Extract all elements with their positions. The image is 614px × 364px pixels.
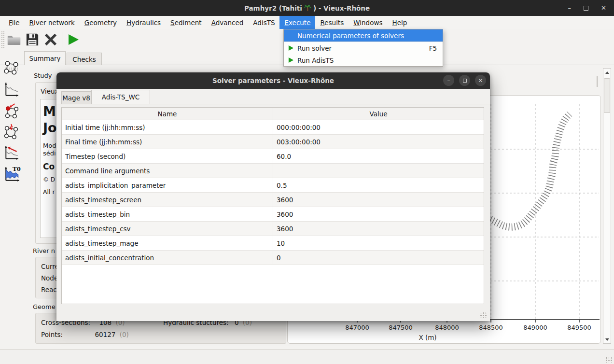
name-column-header[interactable]: Name <box>62 108 273 120</box>
dialog-tab-mage-v8[interactable]: Mage v8 <box>61 91 91 104</box>
table-row[interactable]: adists_initial_concentration 0 <box>62 251 484 265</box>
open-folder-icon <box>7 33 21 46</box>
app-window: Pamhyr2 (Tahiti ) - Vieux-Rhône – ✕ File… <box>0 0 614 364</box>
dialog-titlebar[interactable]: Solver parameters - Vieux-Rhône – ✕ <box>56 72 490 89</box>
menu-execute[interactable]: Execute <box>279 16 315 29</box>
scroll-down-button[interactable] <box>603 336 611 343</box>
network-node-select-icon <box>3 102 20 119</box>
profile-chart-icon <box>3 81 20 98</box>
table-header-row: Name Value <box>62 108 484 120</box>
x-tick-849000: 849000 <box>523 324 547 331</box>
dialog-minimize-button[interactable]: – <box>443 75 454 86</box>
window-titlebar[interactable]: Pamhyr2 (Tahiti ) - Vieux-Rhône – ✕ <box>0 0 614 16</box>
splitter-handle[interactable] <box>597 76 598 87</box>
river-network-group-label: River n <box>33 247 55 254</box>
arrow-down-icon <box>605 338 609 341</box>
menu-adists[interactable]: AdisTS <box>248 16 279 29</box>
tool-profile-chart-button[interactable] <box>3 81 20 99</box>
x-tick-848000: 848000 <box>435 324 459 331</box>
points-label: Points: <box>41 331 63 338</box>
river-reach-band <box>480 114 570 227</box>
table-body: Initial time (jj:hh:mm:ss) 000:00:00:00 … <box>62 120 484 265</box>
window-resize-grip[interactable] <box>605 357 612 363</box>
table-row[interactable]: Command line arguments <box>62 164 484 178</box>
tool-reach-edit-button[interactable] <box>3 123 20 141</box>
scrollbar-thumb[interactable] <box>604 78 610 113</box>
menu-geometry[interactable]: Geometry <box>80 16 122 29</box>
tool-initial-conditions-button[interactable]: T0 <box>3 165 21 184</box>
menu-sediment[interactable]: Sediment <box>166 16 207 29</box>
points-value: 60127 <box>95 331 115 338</box>
table-row[interactable]: Initial time (jj:hh:mm:ss) 000:00:00:00 <box>62 120 484 135</box>
menu-results[interactable]: Results <box>315 16 349 29</box>
scroll-up-button[interactable] <box>603 69 611 76</box>
menu-item-numerical-parameters[interactable]: Numerical parameters of solvers <box>284 29 443 42</box>
reaches-label: Reac <box>41 286 57 294</box>
menu-item-run-adists[interactable]: Run AdisTS <box>284 54 443 66</box>
menu-hydraulics[interactable]: Hydraulics <box>122 16 166 29</box>
table-row[interactable]: Timestep (second) 60.0 <box>62 149 484 164</box>
dialog-tabstrip-rule <box>56 104 490 104</box>
menu-advanced[interactable]: Advanced <box>207 16 249 29</box>
tab-checks[interactable]: Checks <box>67 53 102 65</box>
x-tick-848500: 848500 <box>479 324 503 331</box>
dialog-maximize-button[interactable] <box>459 75 470 86</box>
study-name: Vieux <box>41 87 59 95</box>
window-close-button[interactable]: ✕ <box>601 4 606 12</box>
geometry-group-label: Geome <box>33 303 56 310</box>
initial-conditions-icon: T0 <box>3 165 21 182</box>
solver-parameters-dialog: Solver parameters - Vieux-Rhône – ✕ Mage… <box>56 72 490 321</box>
table-row[interactable]: adists_implicitation_parameter 0.5 <box>62 178 484 193</box>
menu-item-run-solver[interactable]: Run solver F5 <box>284 42 443 54</box>
maximize-square-icon <box>463 79 467 83</box>
table-row[interactable]: adists_timestep_screen 3600 <box>62 193 484 207</box>
points-extra: (0) <box>120 331 129 338</box>
tool-node-select-button[interactable] <box>3 102 20 121</box>
run-solver-button[interactable] <box>64 30 83 49</box>
window-title: Pamhyr2 (Tahiti ) - Vieux-Rhône <box>244 4 370 12</box>
value-column-header[interactable]: Value <box>273 108 484 120</box>
x-axis-label: X (m) <box>419 334 436 341</box>
study-group-label: Study <box>34 72 52 79</box>
save-button[interactable] <box>23 30 42 49</box>
menu-windows[interactable]: Windows <box>349 16 387 29</box>
river-network-icon <box>3 59 20 76</box>
window-minimize-button[interactable]: – <box>568 4 572 12</box>
toolbar-drag-handle[interactable] <box>1 31 5 48</box>
execute-menu-dropdown: Numerical parameters of solvers Run solv… <box>283 29 443 67</box>
x-tick-847000: 847000 <box>345 324 369 331</box>
t0-label: T0 <box>13 166 21 172</box>
window-maximize-button[interactable] <box>584 6 588 11</box>
profile-edit-icon <box>3 144 20 161</box>
dialog-resize-grip[interactable] <box>480 312 487 318</box>
arrow-up-icon <box>605 71 609 74</box>
save-icon <box>26 33 39 46</box>
tab-summary[interactable]: Summary <box>24 51 66 65</box>
solver-parameters-table: Name Value Initial time (jj:hh:mm:ss) 00… <box>61 107 484 304</box>
run-play-icon <box>288 57 294 63</box>
menubar: File River network Geometry Hydraulics S… <box>0 16 614 29</box>
menu-help[interactable]: Help <box>388 16 412 29</box>
delete-button[interactable] <box>42 30 60 49</box>
vertical-scrollbar[interactable] <box>603 68 611 344</box>
open-folder-button[interactable] <box>5 30 23 49</box>
nodes-label: Node <box>41 274 58 282</box>
x-tick-849500: 849500 <box>567 324 591 331</box>
delete-cross-icon <box>44 33 57 46</box>
table-row[interactable]: Final time (jj:hh:mm:ss) 003:00:00:00 <box>62 135 484 149</box>
table-row[interactable]: adists_timestep_csv 3600 <box>62 222 484 236</box>
run-play-icon <box>288 45 294 51</box>
dialog-tabstrip: Mage v8 Adis-TS_WC <box>56 89 490 104</box>
dialog-tab-adis-ts-wc[interactable]: Adis-TS_WC <box>91 90 150 104</box>
menu-river-network[interactable]: River network <box>25 16 80 29</box>
dialog-close-button[interactable]: ✕ <box>475 75 486 86</box>
tool-river-network-button[interactable] <box>3 59 20 78</box>
status-bar <box>0 349 614 364</box>
tool-profile-edit-button[interactable] <box>3 144 20 163</box>
table-row[interactable]: adists_timestep_bin 3600 <box>62 207 484 222</box>
run-solver-shortcut: F5 <box>429 44 437 52</box>
table-row[interactable]: adists_timestep_mage 10 <box>62 236 484 251</box>
menu-file[interactable]: File <box>4 16 25 29</box>
palm-tree-icon <box>304 4 311 12</box>
toolbar-separator <box>62 32 62 47</box>
